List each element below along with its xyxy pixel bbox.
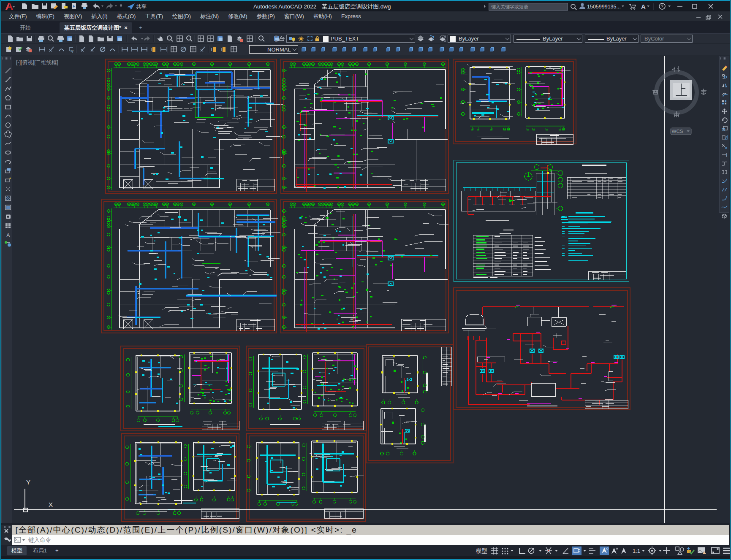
svg-text:xy: xy — [71, 49, 74, 53]
svg-text:X: X — [49, 501, 53, 508]
svg-text:A: A — [641, 3, 646, 10]
svg-text:模型: 模型 — [476, 548, 487, 554]
svg-text:WCS: WCS — [672, 129, 683, 134]
svg-text:某五层饭店空调设计图.dwg: 某五层饭店空调设计图.dwg — [322, 3, 391, 10]
svg-text:A: A — [6, 232, 10, 238]
svg-text:[-][俯视][二维线框]: [-][俯视][二维线框] — [16, 60, 58, 65]
svg-text:共享: 共享 — [136, 4, 147, 10]
svg-text:1:1: 1:1 — [633, 548, 640, 554]
svg-text:?: ? — [661, 4, 663, 9]
svg-text:Autodesk AutoCAD 2022: Autodesk AutoCAD 2022 — [253, 3, 316, 10]
svg-text:Y: Y — [26, 479, 30, 486]
svg-text:1505999135...: 1505999135... — [587, 4, 621, 10]
